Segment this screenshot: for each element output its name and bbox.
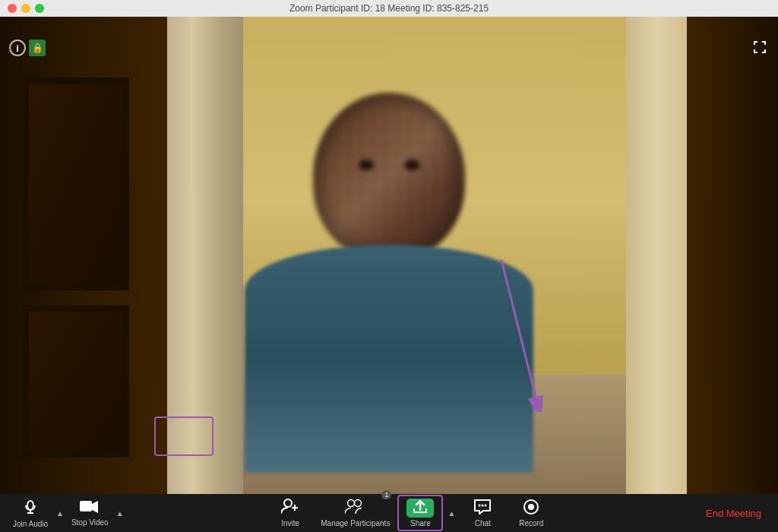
title-bar: Zoom Participant ID: 18 Meeting ID: 835-…	[0, 0, 778, 17]
person-head	[313, 93, 465, 260]
svg-point-10	[354, 500, 361, 507]
toolbar-center: Invite 1 Manage Participants S	[125, 495, 697, 531]
info-symbol: i	[16, 43, 19, 54]
invite-label: Invite	[281, 519, 299, 527]
room-scene	[0, 17, 778, 494]
end-meeting-button[interactable]: End Meeting	[697, 503, 770, 524]
chat-icon	[473, 499, 492, 518]
toolbar: Join Audio ▲ Stop Video ▲	[0, 494, 778, 532]
chat-button[interactable]: Chat	[460, 495, 505, 531]
stop-video-label: Stop Video	[71, 518, 109, 527]
toolbar-right: End Meeting	[697, 503, 770, 524]
info-icon[interactable]: i	[9, 40, 26, 56]
svg-rect-5	[80, 501, 92, 511]
share-caret[interactable]: ▲	[446, 495, 457, 531]
door-right	[687, 17, 778, 494]
title-text: Zoom Participant ID: 18 Meeting ID: 835-…	[289, 3, 489, 14]
eye-left	[359, 160, 374, 170]
participants-icon	[345, 499, 366, 518]
eyes-area	[343, 154, 435, 176]
door-panel-top	[23, 78, 129, 290]
video-icon	[80, 499, 100, 517]
svg-point-6	[284, 499, 292, 507]
person	[237, 93, 541, 473]
audio-icon	[21, 498, 40, 518]
video-caret[interactable]: ▲	[115, 495, 125, 531]
record-label: Record	[519, 519, 543, 527]
close-button[interactable]	[8, 4, 17, 13]
audio-caret[interactable]: ▲	[55, 495, 65, 531]
svg-point-12	[482, 505, 484, 507]
manage-participants-label: Manage Participants	[321, 519, 390, 527]
column-right	[626, 17, 687, 494]
door-left	[0, 17, 167, 494]
share-icon	[406, 499, 434, 518]
column-left	[167, 17, 243, 494]
invite-button[interactable]: Invite	[267, 495, 313, 531]
share-button[interactable]: Share	[397, 495, 443, 531]
minimize-button[interactable]	[21, 4, 30, 13]
join-audio-button[interactable]: Join Audio	[8, 495, 53, 531]
door-panel-bottom	[23, 306, 129, 458]
fullscreen-icon	[753, 40, 767, 54]
lock-icon[interactable]: 🔒	[29, 40, 46, 56]
person-body	[245, 245, 533, 473]
svg-point-15	[528, 504, 534, 510]
video-area: i 🔒	[0, 17, 778, 494]
stop-video-button[interactable]: Stop Video	[67, 495, 113, 531]
window-controls	[8, 4, 44, 13]
eye-right	[404, 160, 419, 170]
svg-point-9	[347, 500, 354, 507]
toolbar-left: Join Audio ▲ Stop Video ▲	[8, 495, 125, 531]
chat-label: Chat	[475, 519, 491, 527]
fullscreen-button[interactable]	[751, 38, 769, 56]
maximize-button[interactable]	[35, 4, 44, 13]
record-icon	[523, 499, 539, 518]
svg-point-13	[485, 505, 487, 507]
record-button[interactable]: Record	[508, 495, 554, 531]
svg-point-11	[479, 505, 481, 507]
participant-count: 1	[381, 490, 391, 499]
lock-symbol: 🔒	[32, 43, 43, 53]
share-label: Share	[410, 519, 431, 527]
join-audio-label: Join Audio	[13, 520, 48, 528]
manage-participants-button[interactable]: 1 Manage Participants	[316, 495, 394, 531]
invite-icon	[281, 499, 299, 518]
